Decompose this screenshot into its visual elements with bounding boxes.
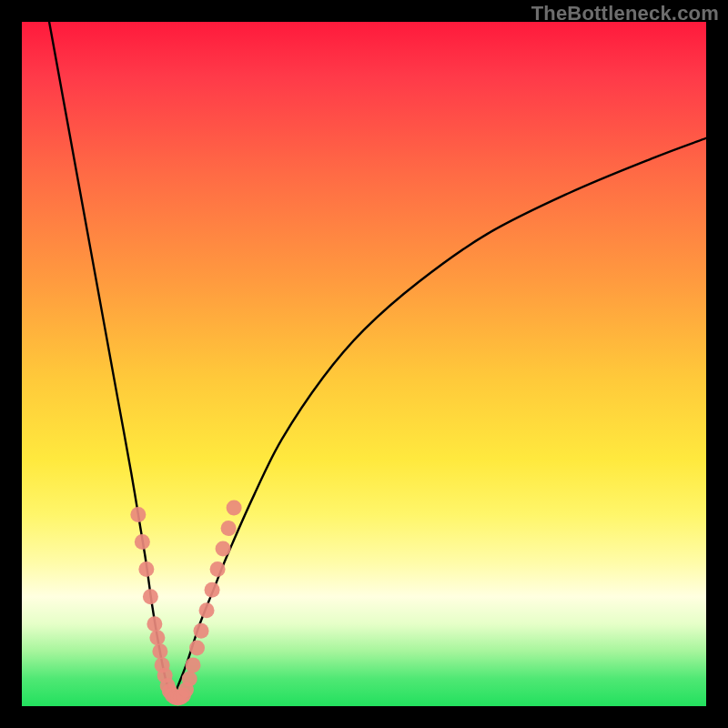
data-marker: [199, 602, 215, 618]
data-marker: [149, 630, 165, 645]
data-marker: [216, 541, 231, 557]
curve-right_branch: [172, 138, 706, 700]
data-marker: [189, 641, 205, 656]
data-marker: [138, 561, 154, 577]
data-marker: [143, 589, 158, 604]
data-marker: [135, 534, 150, 550]
data-marker: [227, 500, 242, 515]
curve-layer: [22, 22, 706, 706]
data-marker: [205, 582, 220, 598]
watermark-text: TheBottleneck.com: [531, 2, 719, 25]
chart-frame: TheBottleneck.com: [0, 0, 728, 728]
data-marker: [186, 657, 201, 672]
data-marker: [147, 616, 162, 632]
data-marker: [221, 521, 237, 536]
data-marker: [130, 507, 146, 522]
data-marker: [210, 561, 226, 577]
data-marker: [152, 643, 167, 659]
data-marker: [194, 623, 209, 639]
data-marker: [182, 671, 197, 686]
